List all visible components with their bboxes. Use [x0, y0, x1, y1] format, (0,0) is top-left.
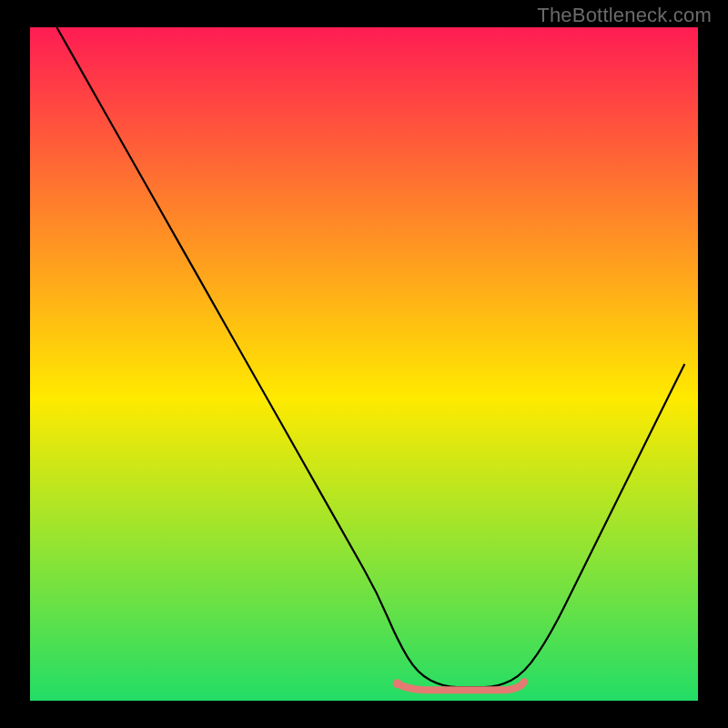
plot-background — [30, 27, 698, 701]
svg-point-0 — [393, 679, 402, 688]
bottleneck-chart — [0, 0, 728, 728]
watermark-text: TheBottleneck.com — [537, 4, 712, 27]
chart-container: { "watermark": "TheBottleneck.com", "cha… — [0, 0, 728, 728]
